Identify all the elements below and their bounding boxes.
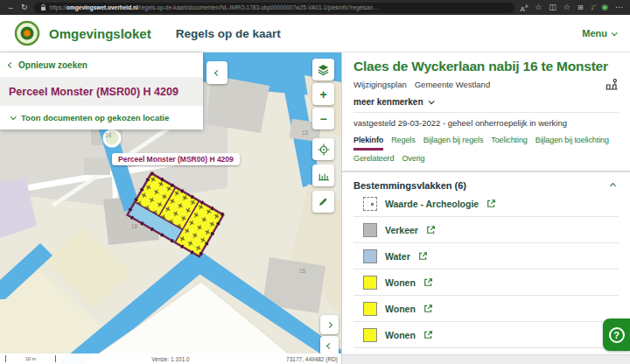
tab-plekinfo[interactable]: Plekinfo	[354, 136, 383, 150]
tab-toelichting[interactable]: Toelichting	[491, 136, 527, 150]
chevron-right-icon	[326, 321, 332, 327]
layers-button[interactable]	[312, 59, 334, 80]
legend-swatch-verkeer	[363, 223, 377, 237]
legend-swatch-wonen	[363, 302, 377, 316]
chevron-up-icon	[610, 182, 616, 188]
measure-button[interactable]	[312, 164, 334, 186]
ruler-icon	[318, 170, 330, 182]
external-link-icon	[486, 199, 496, 208]
municipality-icon	[606, 78, 619, 91]
tab-bar-row1: Plekinfo Regels Bijlagen bij regels Toel…	[354, 136, 619, 150]
downloads-icon[interactable]	[591, 0, 595, 15]
legend-swatch-wonen	[363, 328, 377, 342]
external-link-icon	[424, 304, 433, 313]
external-link-icon	[424, 330, 433, 340]
locate-button[interactable]	[312, 138, 334, 160]
tab-bijlagen-bij-toelichting[interactable]: Bijlagen bij toelichting	[536, 136, 609, 150]
lock-icon	[40, 4, 46, 11]
coordinates-readout: 73177, 449482 (RD)	[286, 356, 338, 362]
list-item[interactable]: Wonen	[354, 296, 619, 322]
authority-label: Gemeente Westland	[415, 80, 490, 89]
house-number: 13	[302, 130, 308, 136]
doc-type-label: Wijzigingsplan	[354, 80, 407, 89]
house-number: 14	[105, 132, 111, 138]
refresh-icon[interactable]	[21, 0, 28, 15]
menu-button[interactable]: Menu	[582, 28, 616, 38]
browser-toolbar: https://omgevingswet.overheid.nl/regels-…	[0, 0, 630, 15]
external-link-icon	[424, 277, 433, 287]
plan-status: vastgesteld 29-03-2022 - geheel onherroe…	[354, 112, 619, 128]
site-header: Omgevingsloket Regels op de kaart Menu	[0, 15, 630, 52]
url-text: https://omgevingswet.overheid.nl/regels-…	[50, 4, 379, 10]
page-footer-strip	[342, 354, 630, 364]
collapse-panel-button[interactable]	[206, 61, 228, 84]
list-item[interactable]: Wonen	[354, 270, 619, 296]
plan-title: Claes de Wyckerlaan nabij 16 te Monster	[354, 59, 619, 74]
list-item[interactable]: Verkeer	[354, 217, 619, 243]
more-characteristics-link[interactable]: meer kenmerken	[354, 97, 619, 107]
tab-bijlagen-bij-regels[interactable]: Bijlagen bij regels	[424, 136, 484, 150]
brand-title[interactable]: Omgevingsloket	[49, 26, 151, 41]
legend-swatch-water	[363, 249, 377, 263]
locate-icon	[318, 144, 330, 156]
browser-essentials-icon[interactable]	[601, 0, 608, 15]
favorites-bar-icon[interactable]	[564, 0, 570, 15]
search-again-link[interactable]: Opnieuw zoeken	[0, 52, 203, 77]
section-bestemmingsvlakken[interactable]: Bestemmingsvlakken (6)	[354, 180, 619, 191]
tab-overig[interactable]: Overig	[402, 154, 424, 166]
zoom-out-button[interactable]: −	[312, 108, 334, 130]
list-item[interactable]: Water	[354, 243, 619, 270]
previous-location-button[interactable]	[320, 336, 339, 355]
next-location-button[interactable]	[320, 315, 339, 334]
zoom-in-button[interactable]: +	[312, 83, 334, 105]
list-item[interactable]: Waarde - Archeologie	[354, 191, 619, 217]
question-mark-icon: ?	[609, 327, 625, 343]
chevron-down-icon	[428, 98, 434, 104]
help-button[interactable]: ?	[603, 318, 630, 351]
external-link-icon	[426, 225, 436, 234]
location-panel: Opnieuw zoeken Perceel Monster (MSR00) H…	[0, 52, 203, 130]
draw-button[interactable]	[312, 191, 334, 213]
tab-bar-row2: Gerelateerd Overig	[354, 154, 619, 166]
split-screen-icon[interactable]	[549, 0, 556, 15]
tab-gerelateerd[interactable]: Gerelateerd	[354, 154, 394, 166]
chevron-down-icon	[612, 30, 618, 36]
layers-icon	[317, 63, 330, 76]
house-number: 18	[131, 223, 137, 229]
chevron-down-icon	[10, 114, 17, 120]
show-documents-toggle[interactable]: Toon documenten op gekozen locatie	[0, 106, 203, 130]
favorite-star-icon[interactable]	[535, 0, 542, 15]
omgevingsloket-logo	[14, 20, 40, 46]
chevron-left-icon	[8, 61, 14, 67]
external-link-icon	[418, 251, 428, 261]
collections-icon[interactable]	[578, 0, 584, 15]
back-icon[interactable]	[7, 0, 15, 15]
house-number: 15	[299, 268, 305, 274]
map-statusbar: 10 m Versie: 1.101.0 73177, 449482 (RD)	[0, 354, 341, 364]
tab-divider	[342, 171, 630, 172]
plan-meta: Wijzigingsplan Gemeente Westland	[354, 78, 619, 91]
legend-swatch-archeologie	[363, 197, 377, 211]
chevron-left-icon	[214, 69, 220, 75]
legend-swatch-wonen	[363, 276, 377, 290]
page-title: Regels op de kaart	[176, 27, 281, 40]
chevron-left-icon	[326, 342, 332, 348]
address-bar[interactable]: https://omgevingswet.overheid.nl/regels-…	[34, 3, 514, 13]
parcel-title: Perceel Monster (MSR00) H 4209	[0, 77, 203, 106]
browser-actions	[521, 0, 623, 17]
plan-info-panel: Claes de Wyckerlaan nabij 16 te Monster …	[341, 52, 630, 364]
pencil-icon	[318, 196, 329, 207]
more-menu-icon[interactable]	[615, 0, 623, 15]
list-item[interactable]: Wonen	[354, 322, 619, 348]
parcel-map-label: Perceel Monster (MSR00) H 4209	[112, 153, 240, 165]
tab-regels[interactable]: Regels	[391, 136, 415, 150]
omgevingsloket-app: https://omgevingswet.overheid.nl/regels-…	[0, 0, 630, 364]
read-aloud-icon[interactable]	[521, 0, 528, 17]
